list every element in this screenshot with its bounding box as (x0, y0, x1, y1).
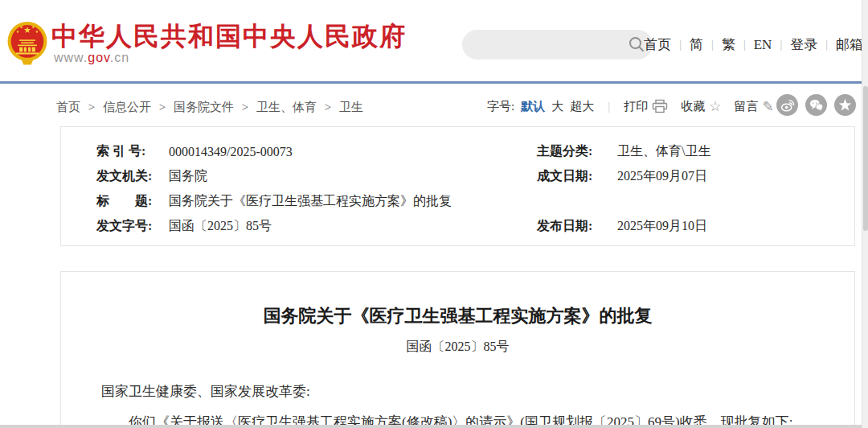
breadcrumb-health: 卫生 (339, 101, 363, 113)
star-share-icon[interactable] (834, 94, 856, 116)
toolbar-divider: | (608, 100, 610, 113)
nav-simplified[interactable]: 简 (690, 35, 703, 54)
favorite-label: 收藏 (681, 99, 705, 114)
metadata-row-index: 索 引 号: 000014349/2025-00073 主题分类: 卫生、体育\… (61, 139, 854, 164)
font-size-xlarge[interactable]: 超大 (570, 99, 594, 114)
publish-date-value: 2025年09月10日 (617, 218, 707, 235)
star-outline-icon: ☆ (709, 98, 721, 114)
doc-title-label: 标 题: (96, 193, 169, 210)
breadcrumb-separator: > (325, 101, 331, 113)
site-title: 中华人民共和国中央人民政府 (51, 19, 407, 55)
nav-separator: | (711, 39, 714, 51)
breadcrumb-separator: > (159, 101, 166, 113)
font-size-large[interactable]: 大 (551, 99, 563, 114)
nav-separator: | (825, 39, 828, 51)
nav-login[interactable]: 登录 (790, 35, 817, 54)
breadcrumb-health-sports[interactable]: 卫生、体育 (256, 101, 317, 113)
nav-traditional[interactable]: 繁 (722, 35, 735, 54)
vertical-scrollbar[interactable] (862, 0, 868, 428)
topic-category-value: 卫生、体育\卫生 (617, 143, 710, 160)
site-header: 中华人民共和国中央人民政府 www.gov.cn 首页 | 简 | 繁 | EN… (0, 0, 868, 84)
nav-english[interactable]: EN (754, 37, 772, 53)
comment-label: 留言 (734, 99, 758, 114)
print-button[interactable]: 打印 (624, 99, 668, 114)
favorite-button[interactable]: 收藏 ☆ (681, 98, 721, 114)
nav-separator: | (679, 39, 682, 51)
document-title: 国务院关于《医疗卫生强基工程实施方案》的批复 (93, 304, 822, 328)
subheader-row: 首页 > 信息公开 > 国务院文件 > 卫生、体育 > 卫生 字号: 默认 大 … (0, 86, 868, 126)
font-size-label: 字号: (487, 99, 514, 114)
index-number-value: 000014349/2025-00073 (169, 145, 537, 159)
metadata-row-issuer: 发文机关: 国务院 成文日期: 2025年09月07日 (61, 164, 854, 189)
breadcrumb-state-council-docs[interactable]: 国务院文件 (174, 101, 234, 113)
bottom-edge-strip (0, 425, 868, 428)
document-number: 国函〔2025〕85号 (61, 339, 854, 356)
nav-mail[interactable]: 邮箱 (836, 35, 863, 54)
breadcrumb-info-disclosure[interactable]: 信息公开 (103, 101, 151, 113)
page-toolbar: 字号: 默认 大 超大 | 打印 收藏 ☆ 留言 ✎ | (487, 98, 804, 114)
document-salutation: 国家卫生健康委、国家发展改革委: (101, 382, 806, 401)
pencil-icon: ✎ (762, 98, 773, 114)
printer-icon (652, 99, 668, 113)
font-size-default[interactable]: 默认 (521, 99, 545, 114)
issuing-agency-value: 国务院 (169, 168, 537, 185)
breadcrumb-home[interactable]: 首页 (56, 101, 80, 113)
search-icon[interactable] (628, 35, 645, 53)
issuing-agency-label: 发文机关: (96, 168, 169, 185)
nav-separator: | (780, 39, 782, 51)
topic-category-label: 主题分类: (537, 143, 609, 160)
written-date-label: 成文日期: (537, 168, 609, 185)
print-label: 打印 (624, 99, 648, 114)
scrollbar-thumb[interactable] (863, 86, 868, 231)
weibo-icon[interactable] (776, 94, 798, 116)
metadata-row-title: 标 题: 国务院关于《医疗卫生强基工程实施方案》的批复 (61, 189, 854, 214)
breadcrumb-separator: > (242, 101, 248, 113)
breadcrumb-separator: > (88, 101, 95, 113)
publish-date-label: 发布日期: (537, 218, 609, 235)
header-nav: 首页 | 简 | 繁 | EN | 登录 | 邮箱 (644, 35, 863, 54)
doc-number-value: 国函〔2025〕85号 (169, 218, 537, 235)
document-metadata-box: 索 引 号: 000014349/2025-00073 主题分类: 卫生、体育\… (60, 126, 855, 246)
wechat-icon[interactable] (805, 94, 827, 116)
nav-separator: | (743, 39, 746, 51)
written-date-value: 2025年09月07日 (617, 168, 707, 185)
comment-button[interactable]: 留言 ✎ (734, 98, 773, 114)
search-box (462, 30, 653, 60)
index-number-label: 索 引 号: (96, 143, 169, 160)
search-input[interactable] (475, 35, 620, 55)
document-content-box: 国务院关于《医疗卫生强基工程实施方案》的批复 国函〔2025〕85号 国家卫生健… (60, 271, 855, 428)
breadcrumb: 首页 > 信息公开 > 国务院文件 > 卫生、体育 > 卫生 (56, 100, 363, 115)
nav-home[interactable]: 首页 (644, 35, 671, 54)
national-emblem-icon (6, 20, 48, 67)
site-url: www.gov.cn (54, 51, 129, 65)
gov-cn-document-page: 中华人民共和国中央人民政府 www.gov.cn 首页 | 简 | 繁 | EN… (0, 0, 868, 428)
doc-number-label: 发文字号: (96, 218, 169, 235)
share-icons (776, 94, 856, 116)
metadata-row-docnumber: 发文字号: 国函〔2025〕85号 发布日期: 2025年09月10日 (61, 214, 854, 239)
doc-title-value: 国务院关于《医疗卫生强基工程实施方案》的批复 (169, 193, 537, 210)
